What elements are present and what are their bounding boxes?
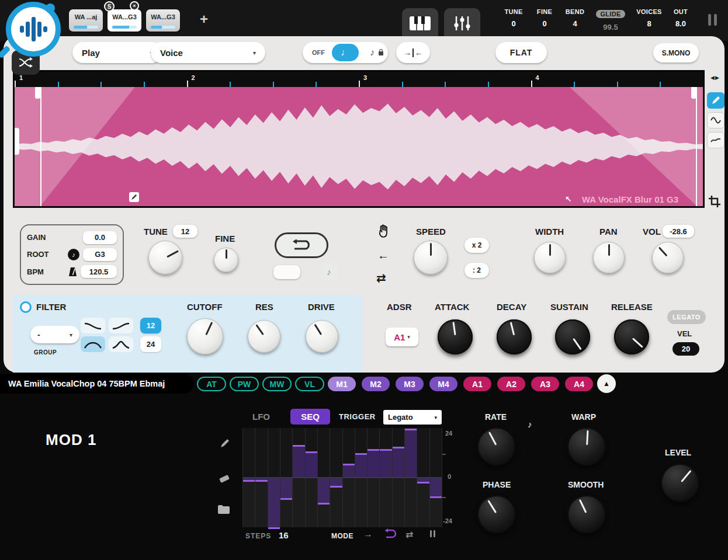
hand-drag-icon[interactable] <box>377 224 390 241</box>
smooth-knob[interactable] <box>567 495 606 534</box>
legato-button[interactable]: LEGATO <box>667 310 706 324</box>
seq-eraser-tool[interactable] <box>219 473 230 485</box>
crop-button[interactable] <box>708 195 721 210</box>
tune-knob[interactable] <box>148 241 182 274</box>
mod-source-m1-active[interactable]: M1 <box>328 377 356 391</box>
step-sequencer[interactable] <box>242 428 442 527</box>
fine-readout[interactable]: FINE 0 <box>529 8 560 28</box>
wave-edit-tool-button[interactable] <box>707 112 724 128</box>
seq-tab-active[interactable]: SEQ <box>290 409 330 425</box>
fine-knob[interactable] <box>214 248 238 272</box>
glide-readout[interactable]: GLIDE 99.5 <box>592 8 629 32</box>
start-marker-handle[interactable] <box>35 87 40 99</box>
waveform-display[interactable]: ↖ WA VocalFX Blur 01 G3 <box>15 87 703 206</box>
vol-knob[interactable] <box>652 242 684 273</box>
voice-mode-dropdown[interactable]: Voice ▾ <box>151 42 265 63</box>
decay-knob[interactable] <box>497 319 532 354</box>
vel-value[interactable]: 20 <box>672 342 699 356</box>
warp-knob[interactable] <box>567 427 606 466</box>
sustain-knob[interactable] <box>555 319 590 354</box>
speed-knob[interactable] <box>414 241 448 274</box>
fade-handle-icon[interactable]: ↖ <box>565 194 572 204</box>
collapse-panel-button[interactable]: ▲ <box>597 374 616 393</box>
play-mode-dropdown[interactable]: Play ▾ <box>72 42 162 63</box>
width-knob[interactable] <box>534 242 566 273</box>
session-tab-1[interactable]: WA ...aj <box>69 9 103 32</box>
gain-value[interactable]: 0.0 <box>83 231 117 244</box>
keyboard-view-button[interactable] <box>402 8 438 39</box>
filter-slope-12-button[interactable]: 12 <box>140 318 161 333</box>
mod-source-m2[interactable]: M2 <box>362 377 390 391</box>
mod-source-a4[interactable]: A4 <box>565 377 593 391</box>
waveform-editor[interactable]: 1234 ↖ WA VocalFX Blur 01 G3 <box>13 70 705 208</box>
voices-readout[interactable]: VOICES 8 <box>632 8 666 28</box>
rate-sync-note-icon[interactable]: ♪ <box>528 419 532 429</box>
solo-badge[interactable]: S <box>104 1 115 12</box>
flat-button[interactable]: FLAT <box>495 42 547 63</box>
pause-icon[interactable] <box>708 14 717 26</box>
sync-note-button[interactable]: ♩ <box>332 44 359 61</box>
speed-double-button[interactable]: x 2 <box>464 238 489 253</box>
level-knob[interactable] <box>661 464 699 502</box>
out-readout[interactable]: OUT 8.0 <box>667 8 694 28</box>
wave-smooth-tool-button[interactable] <box>707 132 724 148</box>
loop-sync-note-button[interactable]: ♪ <box>320 263 338 280</box>
seq-pencil-tool[interactable] <box>220 438 230 451</box>
pan-knob[interactable] <box>593 242 625 273</box>
preset-name-plate[interactable]: WA Emilia VocalChop 04 75BPM Ebmaj <box>0 374 194 394</box>
mod-source-m3[interactable]: M3 <box>396 377 424 391</box>
bpm-value[interactable]: 120.5 <box>81 265 117 278</box>
mod-source-at[interactable]: AT <box>197 377 226 391</box>
session-tab-3[interactable]: WA...G3 <box>146 9 180 32</box>
mod-source-a1[interactable]: A1 <box>463 377 491 391</box>
mod-source-a2[interactable]: A2 <box>497 377 525 391</box>
end-marker[interactable] <box>696 87 697 206</box>
draw-tool-button-active[interactable] <box>707 92 724 109</box>
seq-preset-folder[interactable] <box>217 505 230 517</box>
mod-source-pw[interactable]: PW <box>230 377 259 391</box>
mod-source-m4[interactable]: M4 <box>429 377 457 391</box>
reverse-icon[interactable]: ← <box>377 249 389 262</box>
session-tab-2-active[interactable]: WA...G3 <box>108 9 141 32</box>
filter-group-dropdown[interactable]: - ▾ <box>30 326 79 343</box>
bend-readout[interactable]: BEND 4 <box>559 8 591 28</box>
mixer-view-button[interactable] <box>444 8 480 39</box>
mode-pause-icon[interactable] <box>430 530 435 537</box>
root-value[interactable]: G3 <box>83 248 117 261</box>
attack-knob[interactable] <box>438 319 473 354</box>
mode-loop-icon-active[interactable] <box>382 528 397 542</box>
tune-value[interactable]: 12 <box>173 225 197 238</box>
loop-mode-button[interactable] <box>275 232 328 258</box>
tune-readout[interactable]: TUNE 0 <box>498 8 529 28</box>
mod-source-mw[interactable]: MW <box>262 377 292 391</box>
add-tab-button[interactable]: + <box>196 12 212 27</box>
envelope-select-dropdown[interactable]: A1 ▾ <box>386 328 418 346</box>
phase-knob[interactable] <box>477 495 516 534</box>
sync-off-button[interactable]: OFF <box>305 49 332 56</box>
filter-shape-highpass-button[interactable] <box>109 318 133 333</box>
start-marker[interactable] <box>40 87 41 206</box>
left-edge-handle[interactable] <box>15 128 19 155</box>
smono-button[interactable]: S.MONO <box>653 43 699 62</box>
mode-pingpong-icon[interactable]: ⇄ <box>405 529 413 540</box>
close-tab-icon[interactable]: × <box>130 1 139 11</box>
filter-shape-lowpass-button[interactable] <box>81 318 105 333</box>
filter-shape-bandpass-button-selected[interactable] <box>81 336 105 352</box>
drive-knob[interactable] <box>306 320 338 353</box>
mode-forward-icon[interactable]: → <box>363 529 373 540</box>
cutoff-knob[interactable] <box>187 318 223 354</box>
fade-edit-button[interactable] <box>129 192 139 202</box>
rate-knob[interactable] <box>477 427 516 466</box>
speed-half-button[interactable]: : 2 <box>464 263 489 278</box>
mod-source-vl[interactable]: VL <box>295 377 324 391</box>
expand-panel-icon[interactable]: ◀▶ <box>710 75 720 81</box>
lfo-tab[interactable]: LFO <box>252 412 270 422</box>
steps-value[interactable]: 16 <box>279 530 289 540</box>
res-knob[interactable] <box>248 320 280 353</box>
mod-source-a3[interactable]: A3 <box>531 377 559 391</box>
shuffle-direction-icon[interactable]: ⇄ <box>376 271 386 285</box>
filter-enable-toggle[interactable] <box>20 301 32 313</box>
release-knob[interactable] <box>614 319 649 354</box>
sync-note-lock-button[interactable]: ♪ <box>359 47 386 58</box>
end-marker-handle[interactable] <box>691 87 696 99</box>
